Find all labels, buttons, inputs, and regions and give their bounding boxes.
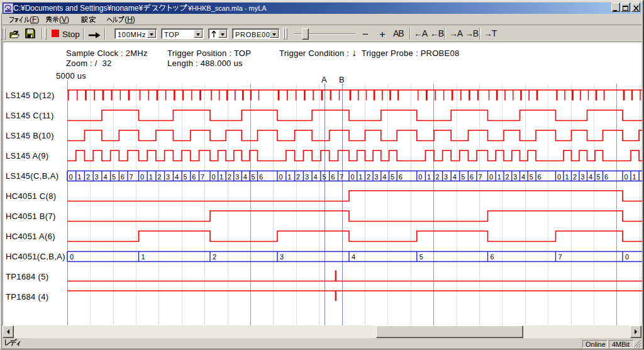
svg-text:5: 5	[322, 173, 326, 181]
svg-text:3: 3	[235, 173, 239, 181]
svg-text:6: 6	[399, 173, 402, 181]
svg-text:1: 1	[565, 173, 569, 181]
svg-text:3: 3	[95, 173, 99, 181]
svg-text:LS145 D(12): LS145 D(12)	[6, 91, 55, 100]
svg-text:4: 4	[314, 173, 318, 181]
svg-text:5: 5	[461, 173, 465, 181]
svg-text:1: 1	[358, 173, 362, 181]
svg-text:0: 0	[279, 173, 283, 181]
svg-text:2: 2	[213, 253, 216, 261]
svg-text:0: 0	[140, 173, 144, 181]
svg-text:2: 2	[436, 173, 440, 181]
svg-text:LS145 A(9): LS145 A(9)	[6, 151, 49, 161]
svg-text:TP1684 (4): TP1684 (4)	[6, 292, 49, 302]
svg-text:B: B	[339, 75, 345, 84]
svg-text:5: 5	[112, 173, 116, 181]
svg-text:4: 4	[243, 173, 247, 181]
svg-text:6: 6	[470, 173, 474, 181]
svg-text:4: 4	[589, 173, 592, 181]
svg-text:6: 6	[331, 173, 335, 181]
svg-text:7: 7	[201, 173, 204, 181]
svg-text:7: 7	[340, 173, 343, 181]
svg-text:6: 6	[491, 253, 494, 261]
svg-text:A: A	[321, 75, 327, 84]
svg-text:LS145 C(11): LS145 C(11)	[6, 111, 54, 120]
svg-text:2: 2	[86, 173, 90, 181]
svg-text:3: 3	[280, 253, 284, 261]
svg-text:0: 0	[557, 173, 561, 181]
svg-text:3: 3	[444, 173, 448, 181]
svg-text:7: 7	[558, 253, 562, 261]
svg-text:4: 4	[103, 173, 107, 181]
svg-text:5: 5	[419, 253, 423, 261]
svg-text:0: 0	[351, 173, 355, 181]
svg-text:7: 7	[130, 173, 133, 181]
svg-text:1: 1	[142, 253, 145, 261]
svg-text:4: 4	[175, 173, 179, 181]
svg-text:3: 3	[581, 173, 585, 181]
svg-text:5: 5	[251, 173, 255, 181]
svg-text:0: 0	[418, 173, 422, 181]
svg-text:HC4051 A(6): HC4051 A(6)	[6, 232, 55, 241]
svg-text:3: 3	[513, 173, 517, 181]
svg-text:6: 6	[538, 173, 541, 181]
svg-text:4: 4	[382, 173, 386, 181]
svg-text:2: 2	[367, 173, 370, 181]
svg-text:0: 0	[489, 173, 493, 181]
svg-text:1: 1	[77, 173, 81, 181]
svg-text:5: 5	[391, 173, 394, 181]
svg-text:HC4051(C,B,A): HC4051(C,B,A)	[6, 252, 65, 261]
svg-text:7: 7	[479, 173, 482, 181]
svg-text:4: 4	[453, 173, 457, 181]
svg-text:1: 1	[633, 173, 636, 181]
svg-text:2: 2	[157, 173, 161, 181]
svg-text:2: 2	[296, 173, 300, 181]
svg-text:3: 3	[375, 173, 379, 181]
svg-text:LS145 B(10): LS145 B(10)	[6, 131, 54, 140]
svg-text:TP1684 (5): TP1684 (5)	[6, 272, 49, 281]
svg-text:1: 1	[497, 173, 501, 181]
svg-text:2: 2	[506, 173, 509, 181]
svg-text:4: 4	[521, 173, 525, 181]
svg-text:LS145(C,B,A): LS145(C,B,A)	[6, 171, 58, 181]
svg-text:0: 0	[212, 173, 216, 181]
svg-text:5: 5	[184, 173, 187, 181]
svg-text:0: 0	[625, 173, 628, 181]
svg-text:6: 6	[192, 173, 196, 181]
svg-text:2: 2	[228, 173, 231, 181]
svg-text:6: 6	[604, 173, 608, 181]
svg-text:1: 1	[287, 173, 291, 181]
svg-text:0: 0	[69, 173, 73, 181]
svg-text:5: 5	[530, 173, 533, 181]
svg-text:3: 3	[166, 173, 170, 181]
svg-text:HC4051 C(8): HC4051 C(8)	[6, 191, 56, 201]
svg-text:0: 0	[70, 253, 74, 261]
svg-text:2: 2	[573, 173, 577, 181]
svg-text:4: 4	[352, 253, 355, 261]
svg-text:1: 1	[427, 173, 431, 181]
svg-text:HC4051 B(7): HC4051 B(7)	[6, 212, 56, 221]
svg-text:6: 6	[121, 173, 125, 181]
svg-text:5: 5	[597, 173, 601, 181]
svg-text:0: 0	[625, 253, 629, 261]
svg-text:3: 3	[305, 173, 309, 181]
svg-text:6: 6	[259, 173, 263, 181]
svg-text:1: 1	[149, 173, 153, 181]
svg-text:1: 1	[219, 173, 223, 181]
